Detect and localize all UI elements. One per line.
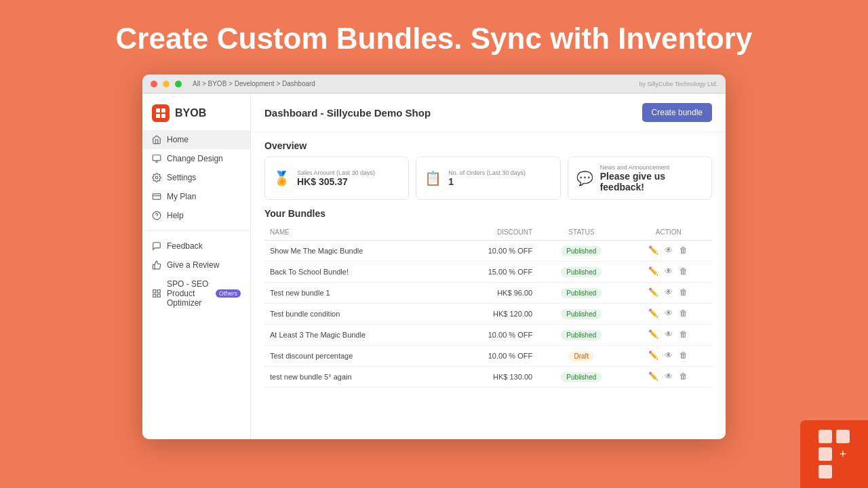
sidebar-item-settings[interactable]: Settings bbox=[142, 168, 250, 187]
bundle-status: Published bbox=[538, 367, 625, 388]
overview-section: Overview 🏅 Sales Amount (Last 30 days) H… bbox=[251, 132, 726, 208]
edit-icon[interactable]: ✏️ bbox=[648, 245, 659, 256]
page-title: Dashboard - Sillycube Demo Shop bbox=[264, 107, 431, 119]
sidebar-item-settings-label: Settings bbox=[167, 173, 196, 182]
hero-title: Create Custom Bundles. Sync with Invento… bbox=[0, 0, 868, 75]
nav-divider bbox=[142, 230, 250, 231]
sidebar-item-home-label: Home bbox=[167, 135, 189, 144]
view-icon[interactable]: 👁 bbox=[663, 371, 674, 382]
others-badge: Others bbox=[216, 289, 241, 298]
logo-area: BYOB bbox=[142, 102, 250, 130]
delete-icon[interactable]: 🗑 bbox=[678, 287, 689, 298]
view-icon[interactable]: 👁 bbox=[663, 308, 674, 319]
news-icon: 💬 bbox=[576, 170, 593, 186]
bundle-status: Published bbox=[538, 262, 625, 283]
bundle-status: Published bbox=[538, 304, 625, 325]
table-row: At Least 3 The Magic Bundle 10.00 % OFF … bbox=[264, 325, 712, 346]
widget-grid: + bbox=[818, 430, 850, 479]
bundle-discount: 10.00 % OFF bbox=[445, 325, 538, 346]
table-row: Test bundle condition HK$ 120.00 Publish… bbox=[264, 304, 712, 325]
minimize-button[interactable] bbox=[163, 81, 170, 87]
sidebar-item-spo[interactable]: SPO - SEO Product Optimizer Others bbox=[142, 274, 250, 312]
orders-value: 1 bbox=[448, 176, 526, 187]
overview-card-orders: 📋 No. of Orders (Last 30 days) 1 bbox=[416, 157, 560, 200]
edit-icon[interactable]: ✏️ bbox=[648, 266, 659, 277]
view-icon[interactable]: 👁 bbox=[663, 287, 674, 298]
sidebar-item-help-label: Help bbox=[167, 211, 184, 220]
delete-icon[interactable]: 🗑 bbox=[678, 245, 689, 256]
bundle-discount: 15.00 % OFF bbox=[445, 262, 538, 283]
main-header: Dashboard - Sillycube Demo Shop Create b… bbox=[251, 94, 726, 132]
overview-card-sales: 🏅 Sales Amount (Last 30 days) HK$ 305.37 bbox=[264, 157, 409, 200]
status-badge: Draft bbox=[568, 351, 594, 361]
bundle-name: test new bundle 5° again bbox=[264, 367, 445, 388]
view-icon[interactable]: 👁 bbox=[663, 350, 674, 361]
sales-value: HK$ 305.37 bbox=[297, 176, 375, 187]
view-icon[interactable]: 👁 bbox=[663, 245, 674, 256]
edit-icon[interactable]: ✏️ bbox=[648, 371, 659, 382]
svg-rect-15 bbox=[153, 294, 156, 297]
edit-icon[interactable]: ✏️ bbox=[648, 308, 659, 319]
news-value: Please give us feedback! bbox=[600, 171, 703, 192]
bundle-discount: 10.00 % OFF bbox=[445, 241, 538, 262]
col-action: ACTION bbox=[625, 224, 713, 241]
edit-icon[interactable]: ✏️ bbox=[648, 287, 659, 298]
bundle-status: Published bbox=[538, 325, 625, 346]
svg-rect-12 bbox=[153, 290, 156, 293]
delete-icon[interactable]: 🗑 bbox=[678, 266, 689, 277]
col-status: STATUS bbox=[538, 224, 625, 241]
sidebar-item-feedback[interactable]: Feedback bbox=[142, 237, 250, 256]
sidebar-item-home[interactable]: Home bbox=[142, 130, 250, 149]
widget-cell-4 bbox=[818, 465, 832, 479]
status-badge: Published bbox=[561, 309, 601, 319]
bundle-name: Test discount percentage bbox=[264, 346, 445, 367]
bundles-table: NAME DISCOUNT STATUS ACTION Show Me The … bbox=[264, 224, 712, 388]
status-badge: Published bbox=[561, 246, 601, 256]
svg-rect-4 bbox=[153, 155, 161, 161]
edit-icon[interactable]: ✏️ bbox=[648, 350, 659, 361]
bundle-status: Published bbox=[538, 241, 625, 262]
bundle-name: At Least 3 The Magic Bundle bbox=[264, 325, 445, 346]
breadcrumb: All > BYOB > Development > Dashboard bbox=[193, 80, 315, 87]
delete-icon[interactable]: 🗑 bbox=[678, 371, 689, 382]
bundle-actions: ✏️ 👁 🗑 bbox=[625, 304, 713, 325]
overview-card-news: 💬 News and Announcement Please give us f… bbox=[568, 157, 712, 200]
view-icon[interactable]: 👁 bbox=[663, 266, 674, 277]
bottom-widget: + bbox=[800, 420, 868, 488]
bundle-name: Back To School Bundle! bbox=[264, 262, 445, 283]
bundles-title: Your Bundles bbox=[264, 208, 712, 219]
sidebar-item-my-plan[interactable]: My Plan bbox=[142, 187, 250, 206]
view-icon[interactable]: 👁 bbox=[663, 329, 674, 340]
bundle-discount: 10.00 % OFF bbox=[445, 346, 538, 367]
status-badge: Published bbox=[561, 372, 601, 382]
maximize-button[interactable] bbox=[175, 81, 182, 87]
widget-cell-1 bbox=[818, 430, 832, 443]
bundle-status: Published bbox=[538, 283, 625, 304]
bundle-discount: HK$ 130.00 bbox=[445, 367, 538, 388]
overview-cards: 🏅 Sales Amount (Last 30 days) HK$ 305.37… bbox=[251, 157, 726, 208]
sidebar-item-spo-label: SPO - SEO Product Optimizer bbox=[167, 279, 210, 308]
create-bundle-button[interactable]: Create bundle bbox=[642, 103, 712, 122]
orders-label: No. of Orders (Last 30 days) bbox=[448, 169, 526, 176]
widget-plus-icon[interactable]: + bbox=[840, 447, 847, 462]
sidebar-item-give-review[interactable]: Give a Review bbox=[142, 256, 250, 274]
bundle-discount: HK$ 96.00 bbox=[445, 283, 538, 304]
edit-icon[interactable]: ✏️ bbox=[648, 329, 659, 340]
status-badge: Published bbox=[561, 288, 601, 298]
sidebar-item-change-design[interactable]: Change Design bbox=[142, 149, 250, 168]
status-badge: Published bbox=[561, 330, 601, 340]
by-label: by SillyCube Technology Ltd. bbox=[639, 81, 717, 87]
svg-rect-13 bbox=[157, 290, 160, 293]
sidebar-item-help[interactable]: Help bbox=[142, 206, 250, 225]
col-name: NAME bbox=[264, 224, 445, 241]
bundle-name: Test new bundle 1 bbox=[264, 283, 445, 304]
delete-icon[interactable]: 🗑 bbox=[678, 329, 689, 340]
delete-icon[interactable]: 🗑 bbox=[678, 308, 689, 319]
app-layout: BYOB Home Change Design bbox=[142, 94, 726, 439]
close-button[interactable] bbox=[151, 81, 157, 87]
sales-label: Sales Amount (Last 30 days) bbox=[297, 169, 375, 176]
status-badge: Published bbox=[561, 267, 601, 277]
browser-chrome: All > BYOB > Development > Dashboard by … bbox=[142, 75, 726, 94]
svg-rect-2 bbox=[156, 114, 160, 118]
delete-icon[interactable]: 🗑 bbox=[678, 350, 689, 361]
